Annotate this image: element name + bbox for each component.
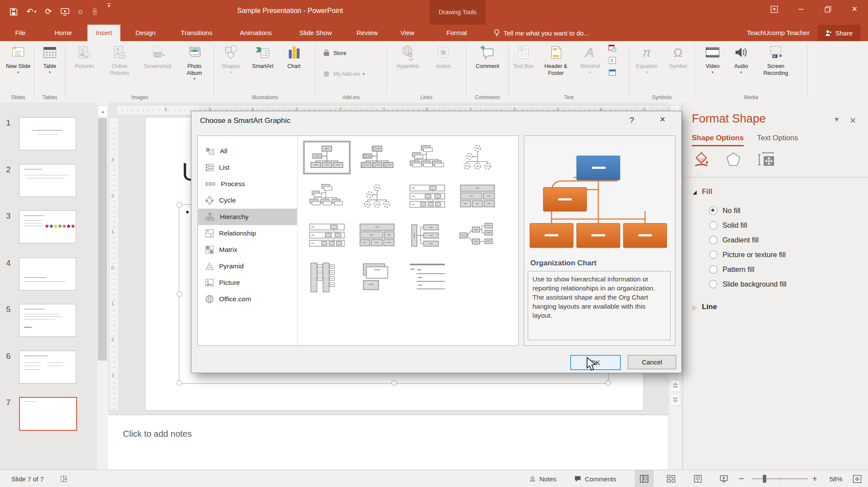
resize-handle[interactable] xyxy=(177,291,182,297)
resize-handle[interactable] xyxy=(391,380,397,386)
fill-option-pattern-fill[interactable]: Pattern fill xyxy=(709,265,754,274)
undo-icon[interactable]: ↶▾ xyxy=(26,3,36,20)
category-cycle[interactable]: Cycle xyxy=(198,192,297,209)
tab-review[interactable]: Review xyxy=(350,25,384,41)
slide-thumbnail-1[interactable] xyxy=(19,117,76,150)
category-officecom[interactable]: Office.com xyxy=(198,291,297,307)
zoom-in-icon[interactable]: + xyxy=(812,470,817,487)
radio-icon[interactable] xyxy=(709,280,717,288)
date-time-icon[interactable] xyxy=(608,44,616,52)
tell-me-box[interactable]: Tell me what you want to do... xyxy=(494,25,589,41)
cancel-button[interactable]: Cancel xyxy=(628,355,676,369)
reading-view-icon[interactable] xyxy=(688,470,707,487)
user-name[interactable]: TeachUcomp Teacher xyxy=(732,25,810,41)
layout-circle-organization-chart[interactable] xyxy=(455,142,500,173)
chart-button[interactable]: Chart xyxy=(281,43,307,70)
section-line[interactable]: ▷Line xyxy=(693,303,717,311)
comment-button[interactable]: Comment xyxy=(470,43,505,70)
effects-icon[interactable] xyxy=(725,151,742,168)
radio-icon[interactable] xyxy=(709,251,717,259)
tab-insert[interactable]: Insert xyxy=(87,25,120,41)
layout-picture-organization-chart[interactable] xyxy=(405,142,450,173)
header-footer-button[interactable]: Header & Footer xyxy=(539,43,573,77)
layout-table-hierarchy-2[interactable] xyxy=(355,220,400,251)
screen-recording-button[interactable]: Screen Recording xyxy=(757,43,795,77)
radio-icon[interactable] xyxy=(709,265,717,274)
share-button[interactable]: Share xyxy=(817,25,861,41)
tab-home[interactable]: Home xyxy=(46,25,81,41)
object-icon[interactable] xyxy=(608,68,616,77)
video-button[interactable]: Video▾ xyxy=(700,43,725,75)
tab-text-options[interactable]: Text Options xyxy=(757,134,798,145)
tab-format[interactable]: Format xyxy=(436,25,477,41)
zoom-level[interactable]: 58% xyxy=(829,470,842,487)
layout-name-and-title-organization-chart[interactable] xyxy=(355,142,400,173)
fill-option-picture-or-texture-fill[interactable]: Picture or texture fill xyxy=(709,251,786,259)
tab-file[interactable]: File xyxy=(8,25,33,41)
fill-line-icon[interactable] xyxy=(693,151,710,168)
scrollbar-thumb[interactable] xyxy=(98,118,107,361)
tab-view[interactable]: View xyxy=(393,25,422,41)
layout-labeled-hierarchy-2[interactable] xyxy=(304,220,349,251)
category-relationship[interactable]: Relationship xyxy=(198,225,297,242)
resize-handle[interactable] xyxy=(177,380,182,386)
section-fill[interactable]: ◢Fill xyxy=(693,187,713,196)
table-button[interactable]: Table▾ xyxy=(38,43,61,75)
tab-design[interactable]: Design xyxy=(128,25,163,41)
slide-thumbnail-7-selected[interactable] xyxy=(19,397,77,431)
normal-view-icon[interactable] xyxy=(635,470,654,487)
layout-horizontal-hierarchy[interactable] xyxy=(455,220,500,251)
tab-shape-options[interactable]: Shape Options xyxy=(692,134,744,146)
layout-organization-chart-selected[interactable] xyxy=(304,142,349,173)
category-process[interactable]: Process xyxy=(198,176,297,192)
pane-close-icon[interactable]: ✕ xyxy=(849,116,856,126)
ribbon-display-options-icon[interactable] xyxy=(761,0,787,18)
slide-number-icon[interactable]: # xyxy=(608,56,616,65)
previous-slide-icon[interactable] xyxy=(670,380,680,392)
comments-toggle[interactable]: Comments xyxy=(574,470,616,487)
shape-icon[interactable]: ○ xyxy=(78,3,83,20)
save-icon[interactable] xyxy=(10,3,18,20)
tab-animations[interactable]: Animations xyxy=(231,25,281,41)
category-matrix[interactable]: Matrix xyxy=(198,242,297,258)
slide-thumbnail-6[interactable] xyxy=(19,351,76,384)
fill-option-slide-background-fill[interactable]: Slide background fill xyxy=(709,280,787,288)
category-pyramid[interactable]: Pyramid xyxy=(198,258,297,274)
spell-check-icon[interactable] xyxy=(60,470,68,487)
slideshow-icon[interactable] xyxy=(714,470,733,487)
tab-transitions[interactable]: Transitions xyxy=(172,25,221,41)
slide-thumbnail-4[interactable] xyxy=(19,258,76,290)
notes-placeholder[interactable]: Click to add notes xyxy=(123,429,192,439)
fill-option-no-fill[interactable]: No fill xyxy=(709,206,740,215)
resize-handle[interactable] xyxy=(177,202,182,208)
close-icon[interactable]: × xyxy=(841,0,868,18)
zoom-slider-thumb[interactable] xyxy=(763,475,766,483)
layout-labeled-hierarchy[interactable] xyxy=(405,181,450,212)
slide-sorter-icon[interactable] xyxy=(661,470,681,487)
fill-option-gradient-fill[interactable]: Gradient fill xyxy=(709,236,758,244)
layout-picture-strip-hierarchy[interactable] xyxy=(304,259,349,296)
layout-lined-list[interactable] xyxy=(405,259,450,296)
undo-caret-icon[interactable]: ▾ xyxy=(34,3,36,20)
category-hierarchy-selected[interactable]: Hierarchy xyxy=(198,209,297,225)
slide-thumbnail-5[interactable] xyxy=(19,304,76,337)
store-button[interactable]: Store xyxy=(322,49,346,58)
dialog-close-icon[interactable]: × xyxy=(660,114,665,125)
zoom-out-icon[interactable]: − xyxy=(739,470,744,487)
restore-icon[interactable] xyxy=(814,0,841,18)
scroll-up-icon[interactable]: ▲ xyxy=(98,105,108,117)
next-slide-icon[interactable] xyxy=(670,393,680,406)
category-all[interactable]: All xyxy=(198,143,297,159)
pane-menu-caret-icon[interactable]: ▼ xyxy=(833,116,840,123)
fit-slide-to-window-icon[interactable] xyxy=(853,470,862,487)
layout-table-hierarchy[interactable] xyxy=(455,181,500,212)
zoom-slider[interactable] xyxy=(752,478,808,479)
minimize-icon[interactable]: ─ xyxy=(787,0,814,18)
tab-slideshow[interactable]: Slide Show xyxy=(291,25,340,41)
notes-toggle[interactable]: Notes xyxy=(529,470,556,487)
smartart-button[interactable]: SmartArt xyxy=(247,43,279,70)
layout-framed-hierarchy[interactable] xyxy=(355,259,400,296)
redo-icon[interactable]: ⟳ xyxy=(45,3,52,20)
thumbnail-scrollbar[interactable]: ▲ xyxy=(96,103,109,470)
new-slide-button[interactable]: New Slide▾ xyxy=(5,43,31,75)
